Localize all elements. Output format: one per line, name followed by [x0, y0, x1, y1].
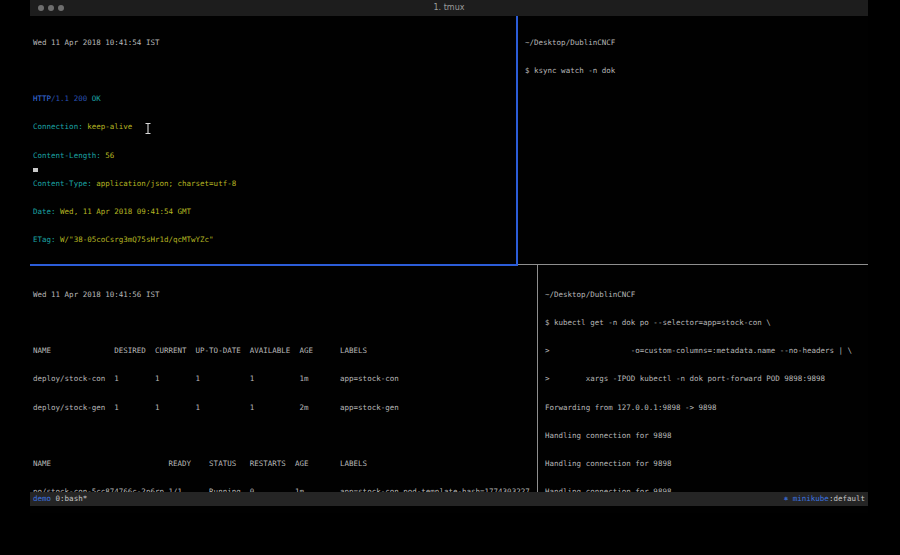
http-header-content-type: Content-Type: application/json; charset=…: [33, 179, 516, 188]
status-left: demo 0:bash*: [33, 492, 87, 506]
http-version-status: /1.1 200: [51, 94, 92, 103]
command-line: $ kubectl get -n dok po --selector=app=s…: [545, 318, 868, 327]
http-header-etag: ETag: W/"38-05coCsrg3mQ75sHr1d/qcMTwYZc": [33, 235, 516, 244]
pane-divider-horizontal-left[interactable]: [30, 264, 518, 266]
window-title: 1. tmux: [30, 3, 868, 12]
header-value: 56: [101, 151, 115, 160]
header-value: Wed, 11 Apr 2018 09:41:54 GMT: [56, 207, 191, 216]
command-continuation: > -o=custom-columns=:metadata.name --no-…: [545, 346, 868, 355]
mouse-ibeam-cursor: [144, 122, 153, 135]
http-protocol: HTTP: [33, 94, 51, 103]
cwd-line: ~/Desktop/DublinCNCF: [525, 38, 868, 47]
http-header-content-length: Content-Length: 56: [33, 151, 516, 160]
header-name: Content-Length:: [33, 151, 101, 160]
command-line: $ ksync watch -n dok: [525, 66, 868, 75]
http-header-connection: Connection: keep-alive: [33, 122, 516, 131]
pane-port-forward[interactable]: ~/Desktop/DublinCNCF $ kubectl get -n do…: [541, 267, 868, 492]
pane-kubectl-get[interactable]: Wed 11 Apr 2018 10:41:56 IST NAME DESIRE…: [30, 267, 537, 492]
kube-context: minikube: [788, 494, 829, 503]
command-continuation: > xargs -IPOD kubectl -n dok port-forwar…: [545, 374, 868, 383]
timestamp-line: Wed 11 Apr 2018 10:41:54 IST: [33, 38, 516, 47]
session-name: demo: [33, 494, 51, 503]
status-right: ⎈ minikube:default: [784, 492, 865, 506]
header-name: Date:: [33, 207, 56, 216]
deployment-row: deploy/stock-con 1 1 1 1 1m app=stock-co…: [33, 374, 537, 383]
pods-header: NAME READY STATUS RESTARTS AGE LABELS: [33, 459, 537, 468]
tmux-status-bar: demo 0:bash* ⎈ minikube:default: [30, 492, 868, 506]
cwd-line: ~/Desktop/DublinCNCF: [545, 290, 868, 299]
deployments-header: NAME DESIRED CURRENT UP-TO-DATE AVAILABL…: [33, 346, 537, 355]
http-header-date: Date: Wed, 11 Apr 2018 09:41:54 GMT: [33, 207, 516, 216]
header-value: application/json; charset=utf-8: [92, 179, 237, 188]
header-name: ETag:: [33, 235, 56, 244]
header-name: Content-Type:: [33, 179, 92, 188]
header-value: W/"38-05coCsrg3mQ75sHr1d/qcMTwYZc": [56, 235, 214, 244]
handling-connection-line: Handling connection for 9898: [545, 431, 868, 440]
pane-http-response[interactable]: Wed 11 Apr 2018 10:41:54 IST HTTP/1.1 20…: [30, 16, 516, 264]
pane-divider-vertical-top[interactable]: [516, 16, 518, 264]
window-titlebar: 1. tmux: [30, 0, 868, 16]
http-status-line: HTTP/1.1 200 OK: [33, 94, 516, 103]
kube-namespace: :default: [829, 494, 865, 503]
pane-divider-vertical-bottom[interactable]: [537, 265, 538, 492]
forwarding-line: Forwarding from 127.0.0.1:9898 -> 9898: [545, 403, 868, 412]
header-value: keep-alive: [83, 122, 133, 131]
header-name: Connection:: [33, 122, 83, 131]
deployment-row: deploy/stock-gen 1 1 1 1 2m app=stock-ge…: [33, 403, 537, 412]
timestamp-line: Wed 11 Apr 2018 10:41:56 IST: [33, 290, 537, 299]
pane-divider-horizontal-right[interactable]: [518, 264, 868, 265]
handling-connection-line: Handling connection for 9898: [545, 459, 868, 468]
terminal-cursor: [33, 168, 38, 172]
http-reason: OK: [92, 94, 101, 103]
terminal-window: 1. tmux Wed 11 Apr 2018 10:41:54 IST HTT…: [30, 0, 868, 513]
pane-ksync[interactable]: ~/Desktop/DublinCNCF $ ksync watch -n do…: [522, 16, 868, 264]
window-label[interactable]: 0:bash*: [51, 494, 87, 503]
